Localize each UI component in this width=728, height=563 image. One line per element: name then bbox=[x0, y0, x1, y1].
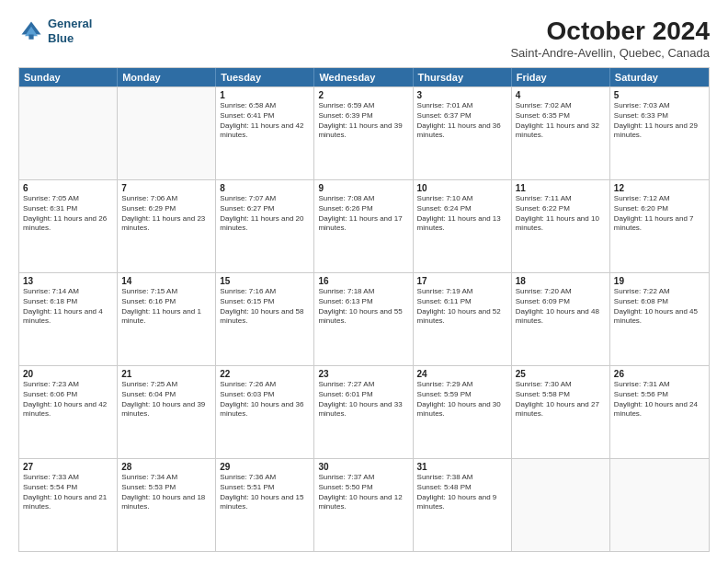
day-number: 29 bbox=[220, 462, 310, 472]
day-number: 6 bbox=[23, 183, 113, 193]
cell-info: Sunrise: 7:06 AM Sunset: 6:29 PM Dayligh… bbox=[121, 194, 211, 234]
calendar-cell: 2Sunrise: 6:59 AM Sunset: 6:39 PM Daylig… bbox=[314, 87, 413, 179]
calendar-row-3: 20Sunrise: 7:23 AM Sunset: 6:06 PM Dayli… bbox=[19, 365, 709, 458]
day-number: 13 bbox=[23, 276, 113, 286]
calendar-header: SundayMondayTuesdayWednesdayThursdayFrid… bbox=[19, 68, 709, 86]
day-number: 4 bbox=[516, 90, 606, 100]
calendar-cell: 14Sunrise: 7:15 AM Sunset: 6:16 PM Dayli… bbox=[118, 273, 216, 365]
day-number: 7 bbox=[121, 183, 211, 193]
cell-info: Sunrise: 7:02 AM Sunset: 6:35 PM Dayligh… bbox=[516, 101, 606, 141]
day-number: 25 bbox=[516, 369, 606, 379]
calendar-cell: 23Sunrise: 7:27 AM Sunset: 6:01 PM Dayli… bbox=[314, 366, 413, 458]
day-number: 2 bbox=[318, 90, 408, 100]
cell-info: Sunrise: 7:27 AM Sunset: 6:01 PM Dayligh… bbox=[318, 380, 408, 419]
cell-info: Sunrise: 7:05 AM Sunset: 6:31 PM Dayligh… bbox=[23, 194, 113, 234]
calendar-cell bbox=[610, 459, 709, 551]
day-number: 28 bbox=[121, 462, 211, 472]
calendar-cell: 22Sunrise: 7:26 AM Sunset: 6:03 PM Dayli… bbox=[216, 366, 314, 458]
cell-info: Sunrise: 7:14 AM Sunset: 6:18 PM Dayligh… bbox=[23, 287, 113, 327]
cell-info: Sunrise: 7:20 AM Sunset: 6:09 PM Dayligh… bbox=[516, 287, 606, 327]
calendar-cell: 13Sunrise: 7:14 AM Sunset: 6:18 PM Dayli… bbox=[19, 273, 118, 365]
day-number: 16 bbox=[318, 276, 408, 286]
calendar-cell: 31Sunrise: 7:38 AM Sunset: 5:48 PM Dayli… bbox=[414, 459, 512, 551]
calendar-cell: 19Sunrise: 7:22 AM Sunset: 6:08 PM Dayli… bbox=[610, 273, 709, 365]
title-block: October 2024 Saint-Andre-Avellin, Quebec… bbox=[510, 17, 710, 60]
calendar-cell: 21Sunrise: 7:25 AM Sunset: 6:04 PM Dayli… bbox=[118, 366, 216, 458]
location-subtitle: Saint-Andre-Avellin, Quebec, Canada bbox=[510, 46, 710, 60]
day-number: 1 bbox=[220, 90, 310, 100]
calendar-cell: 25Sunrise: 7:30 AM Sunset: 5:58 PM Dayli… bbox=[512, 366, 610, 458]
logo-text: General Blue bbox=[48, 17, 92, 45]
weekday-header-thursday: Thursday bbox=[414, 68, 512, 86]
calendar-cell: 3Sunrise: 7:01 AM Sunset: 6:37 PM Daylig… bbox=[414, 87, 512, 179]
calendar-cell: 17Sunrise: 7:19 AM Sunset: 6:11 PM Dayli… bbox=[414, 273, 512, 365]
cell-info: Sunrise: 7:16 AM Sunset: 6:15 PM Dayligh… bbox=[220, 287, 310, 327]
day-number: 12 bbox=[614, 183, 705, 193]
day-number: 15 bbox=[220, 276, 310, 286]
cell-info: Sunrise: 7:26 AM Sunset: 6:03 PM Dayligh… bbox=[220, 380, 310, 419]
calendar-row-2: 13Sunrise: 7:14 AM Sunset: 6:18 PM Dayli… bbox=[19, 272, 709, 365]
day-number: 3 bbox=[417, 90, 507, 100]
calendar-body: 1Sunrise: 6:58 AM Sunset: 6:41 PM Daylig… bbox=[19, 86, 709, 551]
calendar-cell: 15Sunrise: 7:16 AM Sunset: 6:15 PM Dayli… bbox=[216, 273, 314, 365]
cell-info: Sunrise: 6:59 AM Sunset: 6:39 PM Dayligh… bbox=[318, 101, 408, 141]
calendar-row-0: 1Sunrise: 6:58 AM Sunset: 6:41 PM Daylig… bbox=[19, 86, 709, 179]
calendar-row-4: 27Sunrise: 7:33 AM Sunset: 5:54 PM Dayli… bbox=[19, 458, 709, 551]
calendar-cell: 27Sunrise: 7:33 AM Sunset: 5:54 PM Dayli… bbox=[19, 459, 118, 551]
weekday-header-saturday: Saturday bbox=[610, 68, 709, 86]
header: General Blue October 2024 Saint-Andre-Av… bbox=[18, 17, 710, 60]
cell-info: Sunrise: 7:37 AM Sunset: 5:50 PM Dayligh… bbox=[318, 473, 408, 512]
cell-info: Sunrise: 7:07 AM Sunset: 6:27 PM Dayligh… bbox=[220, 194, 310, 234]
cell-info: Sunrise: 7:38 AM Sunset: 5:48 PM Dayligh… bbox=[417, 473, 507, 512]
day-number: 31 bbox=[417, 462, 507, 472]
cell-info: Sunrise: 7:29 AM Sunset: 5:59 PM Dayligh… bbox=[417, 380, 507, 419]
day-number: 20 bbox=[23, 369, 113, 379]
cell-info: Sunrise: 7:25 AM Sunset: 6:04 PM Dayligh… bbox=[121, 380, 211, 419]
calendar-cell: 30Sunrise: 7:37 AM Sunset: 5:50 PM Dayli… bbox=[314, 459, 413, 551]
month-title: October 2024 bbox=[510, 17, 710, 46]
cell-info: Sunrise: 7:34 AM Sunset: 5:53 PM Dayligh… bbox=[121, 473, 211, 512]
page: General Blue October 2024 Saint-Andre-Av… bbox=[0, 0, 728, 563]
calendar-cell bbox=[19, 87, 118, 179]
logo-line2: Blue bbox=[48, 31, 92, 46]
calendar-cell: 7Sunrise: 7:06 AM Sunset: 6:29 PM Daylig… bbox=[118, 180, 216, 272]
logo-line1: General bbox=[48, 17, 92, 31]
day-number: 30 bbox=[318, 462, 408, 472]
day-number: 23 bbox=[318, 369, 408, 379]
day-number: 11 bbox=[516, 183, 606, 193]
logo: General Blue bbox=[18, 17, 92, 45]
calendar: SundayMondayTuesdayWednesdayThursdayFrid… bbox=[18, 67, 710, 552]
day-number: 27 bbox=[23, 462, 113, 472]
day-number: 19 bbox=[614, 276, 705, 286]
cell-info: Sunrise: 7:01 AM Sunset: 6:37 PM Dayligh… bbox=[417, 101, 507, 141]
calendar-cell: 11Sunrise: 7:11 AM Sunset: 6:22 PM Dayli… bbox=[512, 180, 610, 272]
svg-rect-2 bbox=[28, 34, 33, 39]
cell-info: Sunrise: 7:19 AM Sunset: 6:11 PM Dayligh… bbox=[417, 287, 507, 327]
calendar-row-1: 6Sunrise: 7:05 AM Sunset: 6:31 PM Daylig… bbox=[19, 179, 709, 272]
calendar-cell: 5Sunrise: 7:03 AM Sunset: 6:33 PM Daylig… bbox=[610, 87, 709, 179]
calendar-cell: 18Sunrise: 7:20 AM Sunset: 6:09 PM Dayli… bbox=[512, 273, 610, 365]
day-number: 17 bbox=[417, 276, 507, 286]
cell-info: Sunrise: 7:33 AM Sunset: 5:54 PM Dayligh… bbox=[23, 473, 113, 512]
cell-info: Sunrise: 7:31 AM Sunset: 5:56 PM Dayligh… bbox=[614, 380, 705, 419]
weekday-header-friday: Friday bbox=[512, 68, 610, 86]
calendar-cell: 8Sunrise: 7:07 AM Sunset: 6:27 PM Daylig… bbox=[216, 180, 314, 272]
cell-info: Sunrise: 7:08 AM Sunset: 6:26 PM Dayligh… bbox=[318, 194, 408, 234]
cell-info: Sunrise: 6:58 AM Sunset: 6:41 PM Dayligh… bbox=[220, 101, 310, 141]
day-number: 26 bbox=[614, 369, 705, 379]
cell-info: Sunrise: 7:30 AM Sunset: 5:58 PM Dayligh… bbox=[516, 380, 606, 419]
day-number: 22 bbox=[220, 369, 310, 379]
weekday-header-wednesday: Wednesday bbox=[314, 68, 413, 86]
calendar-cell: 29Sunrise: 7:36 AM Sunset: 5:51 PM Dayli… bbox=[216, 459, 314, 551]
calendar-cell: 12Sunrise: 7:12 AM Sunset: 6:20 PM Dayli… bbox=[610, 180, 709, 272]
day-number: 24 bbox=[417, 369, 507, 379]
calendar-cell: 4Sunrise: 7:02 AM Sunset: 6:35 PM Daylig… bbox=[512, 87, 610, 179]
cell-info: Sunrise: 7:36 AM Sunset: 5:51 PM Dayligh… bbox=[220, 473, 310, 512]
calendar-cell: 9Sunrise: 7:08 AM Sunset: 6:26 PM Daylig… bbox=[314, 180, 413, 272]
day-number: 18 bbox=[516, 276, 606, 286]
cell-info: Sunrise: 7:10 AM Sunset: 6:24 PM Dayligh… bbox=[417, 194, 507, 234]
day-number: 21 bbox=[121, 369, 211, 379]
day-number: 10 bbox=[417, 183, 507, 193]
calendar-cell bbox=[118, 87, 216, 179]
calendar-cell: 16Sunrise: 7:18 AM Sunset: 6:13 PM Dayli… bbox=[314, 273, 413, 365]
